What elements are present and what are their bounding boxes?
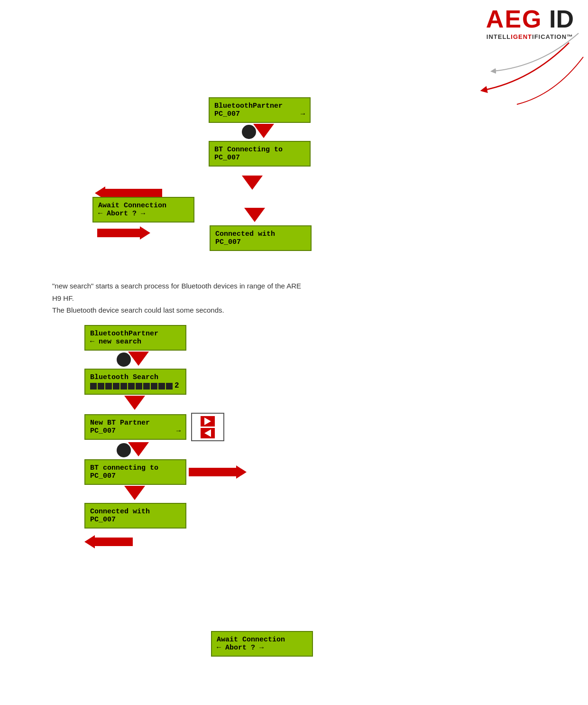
- arrow-down-1: [253, 124, 274, 138]
- arrow-down-3: [244, 208, 265, 222]
- box-bt-connecting-1: BT Connecting to PC_007: [209, 141, 311, 167]
- arrow-down-2: [242, 176, 263, 190]
- box-bluetooth-search: Bluetooth Search 2: [84, 369, 186, 395]
- diagram2: BluetoothPartner ← new search Bluetooth …: [84, 325, 247, 548]
- decorative-curves: [446, 28, 588, 123]
- arrow-down-4: [128, 352, 149, 366]
- box-await-connection-1: Await Connection ← Abort ? →: [92, 197, 194, 240]
- nav-arrow-forward[interactable]: [201, 416, 215, 427]
- arrow-down-7: [124, 486, 145, 500]
- box-bluetooth-partner-2: BluetoothPartner ← new search: [84, 325, 186, 351]
- arrow-down-6: [128, 442, 149, 456]
- box-bt-connecting-2: BT connecting to PC_007: [84, 459, 186, 485]
- arrow-right-2: [189, 465, 247, 479]
- box-connected-1: Connected with PC_007: [210, 225, 312, 251]
- nav-arrow-back[interactable]: [201, 428, 215, 438]
- arrow-down-3-wrapper: [244, 208, 265, 224]
- diagram1: BluetoothPartner PC_007 → BT Connecting …: [209, 97, 311, 200]
- nav-arrows-box[interactable]: [191, 413, 224, 441]
- description-text: "new search" starts a search process for…: [52, 280, 301, 316]
- box-bluetooth-partner-1: BluetoothPartner PC_007 →: [209, 97, 311, 123]
- box-connected-2: Connected with PC_007: [84, 503, 186, 529]
- box-new-bt-partner: New BT Partner PC_007 →: [84, 414, 186, 440]
- arrow-left-2: [84, 535, 133, 548]
- progress-bar: [90, 383, 173, 390]
- box-await-connection-2: Await Connection ← Abort ? →: [211, 631, 313, 657]
- arrow-down-5: [124, 396, 145, 410]
- arrow-right-1: [97, 226, 194, 240]
